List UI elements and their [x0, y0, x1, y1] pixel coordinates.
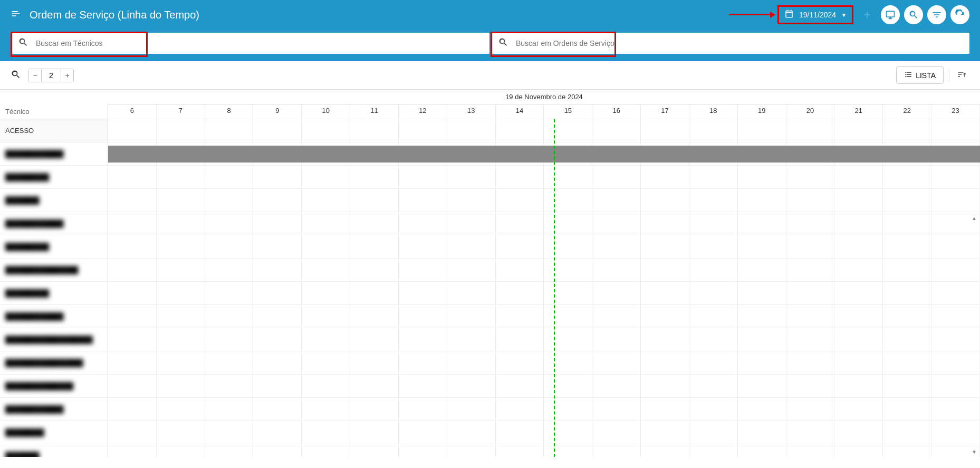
technician-list: ACESSO██████████████████████████████████…: [0, 119, 108, 457]
page-title: Ordem de Serviço (Linha do Tempo): [30, 9, 729, 21]
timeline-row[interactable]: [108, 421, 980, 444]
app-header: Ordem de Serviço (Linha do Tempo) 19/11/…: [0, 0, 980, 30]
timeline: 19 de Novembro de 2024 Técnico 678910111…: [0, 90, 980, 457]
hour-cell: 22: [883, 104, 931, 119]
timeline-row[interactable]: [108, 212, 980, 235]
search-orders-input[interactable]: [516, 39, 962, 47]
technician-name: █████████: [5, 173, 49, 181]
technician-row[interactable]: ████████: [0, 421, 108, 444]
monitor-button[interactable]: [881, 5, 900, 24]
hour-cell: 20: [786, 104, 835, 119]
technician-column-header: Técnico: [0, 104, 108, 119]
search-orders-box: [491, 33, 969, 54]
timeline-row[interactable]: [108, 259, 980, 282]
technician-group[interactable]: ACESSO: [0, 119, 108, 142]
calendar-icon: [784, 9, 794, 21]
hour-cell: 11: [350, 104, 399, 119]
search-icon: [18, 37, 28, 50]
date-value: 19/11/2024: [799, 11, 836, 19]
search-button[interactable]: [904, 5, 923, 24]
list-button-label: LISTA: [916, 71, 936, 80]
search-bar: [0, 30, 980, 61]
technician-row[interactable]: ████████████: [0, 212, 108, 235]
timeline-row[interactable]: [108, 166, 980, 189]
technician-row[interactable]: █████████: [0, 235, 108, 259]
list-view-button[interactable]: LISTA: [896, 66, 944, 84]
timeline-body[interactable]: ACESSO██████████████████████████████████…: [0, 119, 980, 457]
timeline-row[interactable]: [108, 351, 980, 375]
timeline-row[interactable]: [108, 282, 980, 305]
technician-row[interactable]: ██████████████████: [0, 328, 108, 351]
timeline-column-header: Técnico 67891011121314151617181920212223: [0, 104, 980, 119]
technician-row[interactable]: ████████████: [0, 398, 108, 421]
zoom-in-button[interactable]: +: [61, 69, 73, 82]
toolbar-right: LISTA: [896, 66, 969, 84]
technician-name: ███████████████: [5, 266, 78, 274]
current-time-line: [554, 119, 555, 457]
technician-row[interactable]: ████████████: [0, 305, 108, 328]
technician-row[interactable]: ███████: [0, 444, 108, 457]
technician-row[interactable]: ███████: [0, 189, 108, 212]
technician-name: ██████████████: [5, 382, 73, 390]
scroll-down-indicator[interactable]: ▼: [972, 449, 979, 455]
technician-name: ████████████: [5, 405, 64, 413]
hour-cell: 18: [689, 104, 738, 119]
technician-name: ███████: [5, 452, 39, 457]
search-technicians-box: [11, 33, 489, 54]
hour-cell: 13: [447, 104, 496, 119]
timeline-date-header: 19 de Novembro de 2024: [108, 90, 980, 104]
technician-name: ██████████████████: [5, 336, 93, 343]
technician-row[interactable]: █████████: [0, 282, 108, 305]
hour-cell: 8: [205, 104, 254, 119]
technician-row[interactable]: ████████████: [0, 142, 108, 166]
sort-button[interactable]: [955, 67, 969, 84]
zoom-icon: [11, 69, 21, 82]
zoom-out-button[interactable]: −: [29, 69, 42, 82]
zoom-control: − +: [28, 69, 74, 82]
timeline-toolbar: − + LISTA: [0, 61, 980, 90]
technician-name: ███████: [5, 196, 39, 204]
scroll-up-indicator[interactable]: ▲: [972, 215, 979, 221]
filter-button[interactable]: [927, 5, 946, 24]
menu-icon[interactable]: [11, 8, 21, 21]
hour-cell: 6: [108, 104, 157, 119]
timeline-row[interactable]: [108, 398, 980, 421]
add-button[interactable]: +: [858, 5, 877, 24]
timeline-row[interactable]: [108, 189, 980, 212]
timeline-row[interactable]: [108, 235, 980, 259]
timeline-row[interactable]: [108, 142, 980, 166]
hour-cell: 15: [544, 104, 592, 119]
technician-row[interactable]: ██████████████: [0, 375, 108, 398]
hour-cell: 21: [834, 104, 883, 119]
timeline-row[interactable]: [108, 444, 980, 457]
technician-name: ████████: [5, 428, 44, 436]
zoom-value-input[interactable]: [42, 69, 61, 82]
refresh-button[interactable]: [950, 5, 969, 24]
hour-cell: 17: [641, 104, 689, 119]
date-picker[interactable]: 19/11/2024 ▼: [777, 5, 853, 24]
hour-cell: 9: [253, 104, 302, 119]
hour-cell: 7: [157, 104, 205, 119]
chevron-down-icon: ▼: [841, 12, 847, 18]
technician-name: ████████████████: [5, 359, 83, 367]
search-technicians-input[interactable]: [36, 39, 482, 47]
task-bar[interactable]: [108, 146, 980, 163]
technician-name: █████████: [5, 289, 49, 297]
technician-name: ████████████: [5, 150, 64, 158]
hour-cell: 19: [738, 104, 786, 119]
technician-name: █████████: [5, 243, 49, 251]
annotation-arrow: [729, 14, 771, 15]
technician-row[interactable]: ███████████████: [0, 259, 108, 282]
hours-header: 67891011121314151617181920212223: [108, 104, 980, 119]
technician-row[interactable]: ████████████████: [0, 351, 108, 375]
timeline-row[interactable]: [108, 305, 980, 328]
timeline-row[interactable]: [108, 119, 980, 142]
timeline-row[interactable]: [108, 328, 980, 351]
timeline-grid[interactable]: [108, 119, 980, 457]
search-icon: [498, 37, 508, 50]
hour-cell: 12: [399, 104, 447, 119]
timeline-row[interactable]: [108, 375, 980, 398]
hour-cell: 10: [302, 104, 350, 119]
header-actions: 19/11/2024 ▼ +: [729, 5, 969, 24]
technician-row[interactable]: █████████: [0, 166, 108, 189]
